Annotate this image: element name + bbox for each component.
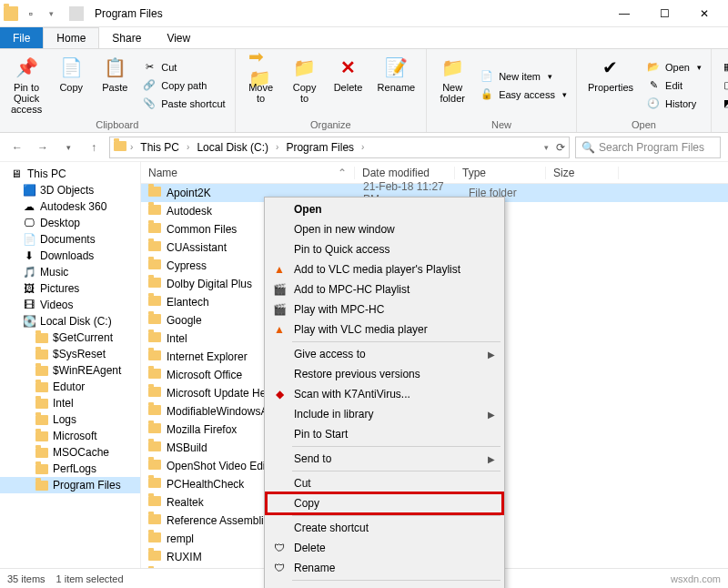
cut-button[interactable]: ✂Cut [140, 59, 227, 76]
tree-node[interactable]: $SysReset [0, 346, 140, 362]
easy-access-button[interactable]: 🔓Easy access▾ [478, 86, 569, 103]
folder-icon [148, 551, 161, 563]
ctx-restore-versions[interactable]: Restore previous versions [267, 364, 502, 384]
ctx-pin-quick-access[interactable]: Pin to Quick access [267, 239, 502, 259]
tree-node[interactable]: 🎵Music [0, 264, 140, 280]
tree-node[interactable]: 💽Local Disk (C:) [0, 313, 140, 329]
maximize-button[interactable]: ☐ [644, 1, 684, 26]
tree-label: Autodesk 360 [40, 200, 106, 213]
tab-home[interactable]: Home [43, 27, 99, 48]
ctx-scan-antivirus[interactable]: ◆Scan with K7AntiVirus... [267, 384, 502, 404]
search-input[interactable]: 🔍 Search Program Files [575, 137, 721, 158]
pin-quick-access-button[interactable]: 📌Pin to Quick access [7, 53, 46, 117]
tree-node[interactable]: Edutor [0, 379, 140, 395]
column-name[interactable]: Name ⌃ [141, 167, 355, 179]
folder-icon [148, 332, 161, 345]
tree-node[interactable]: 🟦3D Objects [0, 182, 140, 198]
tree-node[interactable]: Microsoft [0, 428, 140, 444]
new-folder-button[interactable]: 📁New folder [434, 53, 470, 117]
chevron-right-icon[interactable]: › [185, 142, 191, 152]
open-button[interactable]: 📂Open▾ [644, 59, 703, 76]
back-button[interactable]: ← [7, 137, 27, 157]
tree-node[interactable]: $WinREAgent [0, 362, 140, 379]
ctx-properties[interactable]: Properties [267, 583, 502, 588]
copy-path-button[interactable]: 🔗Copy path [140, 77, 227, 94]
nav-tree[interactable]: 🖥This PC🟦3D Objects☁Autodesk 360🖵Desktop… [0, 162, 141, 568]
tree-node[interactable]: ☁Autodesk 360 [0, 198, 140, 215]
ctx-pin-start[interactable]: Pin to Start [267, 424, 502, 444]
select-all-button[interactable]: ▦Select all [719, 59, 728, 76]
paste-shortcut-button[interactable]: 📎Paste shortcut [140, 96, 227, 112]
ctx-send-to[interactable]: Send to▶ [267, 449, 502, 469]
crumb-program-files[interactable]: Program Files [282, 141, 358, 154]
tab-file[interactable]: File [0, 27, 43, 48]
ctx-create-shortcut[interactable]: Create shortcut [267, 518, 502, 538]
qat-chevron-icon[interactable]: ▾ [44, 6, 58, 21]
ribbon-group-open: ✔Properties 📂Open▾ ✎Edit 🕘History Open [577, 49, 712, 132]
invert-selection-button[interactable]: ◩Invert selection [719, 96, 728, 112]
ctx-copy[interactable]: Copy [267, 493, 502, 513]
ctx-delete[interactable]: 🛡Delete [267, 538, 502, 558]
tree-node[interactable]: 📄Documents [0, 231, 140, 248]
tree-node[interactable]: 🖼Pictures [0, 280, 140, 297]
ctx-vlc-playlist[interactable]: ▲Add to VLC media player's Playlist [267, 259, 502, 279]
chevron-right-icon[interactable]: › [274, 142, 280, 152]
folder-icon [148, 478, 161, 491]
tree-node[interactable]: $GetCurrent [0, 329, 140, 346]
rename-button[interactable]: 📝Rename [374, 53, 420, 117]
up-button[interactable]: ↑ [84, 137, 104, 157]
ctx-mpc-playlist[interactable]: 🎬Add to MPC-HC Playlist [267, 279, 502, 299]
ctx-open-new-window[interactable]: Open in new window [267, 219, 502, 239]
delete-button[interactable]: ✕Delete [330, 53, 367, 117]
ctx-give-access[interactable]: Give access to▶ [267, 344, 502, 364]
tree-node[interactable]: ⬇Downloads [0, 248, 140, 264]
column-type[interactable]: Type [455, 167, 546, 179]
tree-node[interactable]: 🎞Videos [0, 297, 140, 313]
tree-node[interactable]: 🖵Desktop [0, 215, 140, 231]
tree-label: Desktop [40, 217, 80, 229]
paste-button[interactable]: 📋Paste [96, 53, 133, 117]
folder-icon [148, 423, 161, 436]
tab-share[interactable]: Share [99, 27, 154, 48]
edit-button[interactable]: ✎Edit [644, 77, 703, 94]
tree-node[interactable]: Logs [0, 411, 140, 428]
tab-view[interactable]: View [154, 27, 203, 48]
ctx-include-library[interactable]: Include in library▶ [267, 404, 502, 424]
forward-button[interactable]: → [33, 137, 53, 157]
folder-icon [35, 348, 49, 360]
move-to-button[interactable]: ➡📁Move to [243, 53, 279, 117]
crumb-this-pc[interactable]: This PC [136, 141, 183, 154]
tree-label: Documents [40, 233, 96, 246]
qat-item-icon[interactable]: ▫ [24, 6, 38, 21]
tree-node[interactable]: MSOCache [0, 444, 140, 461]
refresh-button[interactable]: ⟳ [556, 141, 565, 154]
select-none-button[interactable]: ▢Select none [719, 77, 728, 94]
tree-node[interactable]: PerfLogs [0, 461, 140, 477]
column-size[interactable]: Size [546, 167, 619, 179]
properties-button[interactable]: ✔Properties [584, 53, 637, 117]
copy-to-button[interactable]: 📁Copy to [287, 53, 323, 117]
ctx-play-mpc[interactable]: 🎬Play with MPC-HC [267, 299, 502, 319]
tree-node[interactable]: Intel [0, 395, 140, 411]
column-date[interactable]: Date modified [355, 167, 455, 179]
crumb-local-disk[interactable]: Local Disk (C:) [193, 141, 272, 154]
chevron-right-icon: ▶ [488, 454, 495, 464]
tree-node[interactable]: Program Files [0, 477, 140, 493]
history-button[interactable]: 🕘History [644, 96, 703, 112]
ctx-open[interactable]: Open [267, 199, 502, 219]
chevron-right-icon[interactable]: › [359, 142, 366, 152]
ctx-rename[interactable]: 🛡Rename [267, 558, 502, 578]
chevron-right-icon[interactable]: › [128, 142, 135, 152]
tree-node[interactable]: 🖥This PC [0, 166, 140, 182]
group-label: Open [584, 117, 703, 130]
ctx-play-vlc[interactable]: ▲Play with VLC media player [267, 319, 502, 340]
ctx-cut[interactable]: Cut [267, 473, 502, 493]
minimize-button[interactable]: — [604, 1, 644, 26]
breadcrumb[interactable]: › This PC › Local Disk (C:) › Program Fi… [109, 137, 570, 158]
copy-button[interactable]: 📄Copy [53, 53, 89, 117]
vlc-icon: ▲ [272, 322, 287, 337]
dropdown-chevron-icon[interactable]: ▾ [544, 143, 549, 152]
new-item-button[interactable]: 📄New item▾ [478, 68, 569, 85]
recent-chevron-icon[interactable]: ▾ [58, 137, 78, 157]
close-button[interactable]: ✕ [684, 1, 724, 26]
